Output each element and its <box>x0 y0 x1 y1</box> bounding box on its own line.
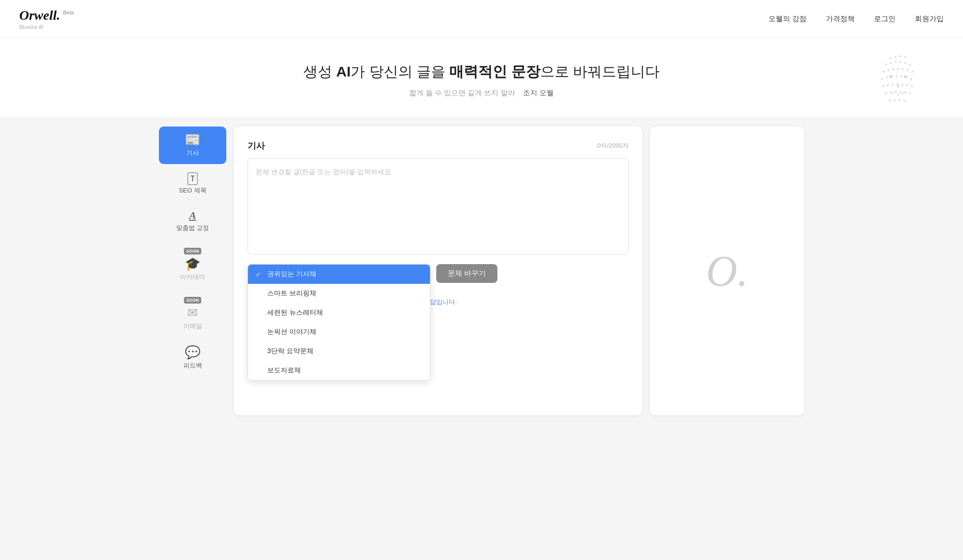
svg-point-28 <box>897 83 898 85</box>
convert-button[interactable]: 문체 바꾸기 <box>436 264 497 283</box>
seo-icon: T <box>187 173 198 183</box>
check-icon: ✓ <box>256 271 263 278</box>
svg-point-18 <box>881 78 883 80</box>
svg-point-31 <box>911 85 913 87</box>
right-panel: O. <box>650 127 804 415</box>
hero-quote: 짧게 쓸 수 있으면 길게 쓰지 말라 <box>409 89 515 97</box>
svg-point-27 <box>892 84 894 86</box>
svg-point-4 <box>890 57 892 59</box>
hero-title: 생성 AI가 당신의 글을 매력적인 문장으로 바꿔드립니다 <box>10 62 953 82</box>
svg-point-7 <box>895 61 897 63</box>
editor-panel: 기사 0자/2000자 권위있는 기사체 ▼ ✓ 권위있는 기사체 <box>234 127 642 415</box>
article-icon: 📰 <box>185 133 200 146</box>
hero-title-highlight: 매력적인 문장 <box>449 64 540 79</box>
svg-point-16 <box>907 69 909 71</box>
dropdown-item-label-5: 보도자료체 <box>267 366 301 375</box>
svg-point-11 <box>883 71 885 73</box>
hero-title-suffix: 으로 바꿔드립니다 <box>540 64 660 79</box>
sidebar-item-feedback[interactable]: 💬 피드백 <box>159 339 226 377</box>
svg-point-21 <box>896 75 898 77</box>
svg-point-40 <box>898 99 900 101</box>
dropdown-item-5[interactable]: 보도자료체 <box>248 361 430 380</box>
sidebar-label-feedback: 피드백 <box>183 361 202 370</box>
svg-point-9 <box>904 62 906 64</box>
dropdown-item-1[interactable]: 스마트 브리핑체 <box>248 284 430 303</box>
hero-portrait <box>828 38 963 117</box>
sidebar-item-seo[interactable]: T SEO 제목 <box>159 166 226 202</box>
header: Orwell. Beta Bluedot AI 오웰의 강점 가격정책 로그인 … <box>0 0 963 38</box>
dropdown-item-label-3: 논픽션 이야기체 <box>267 328 316 336</box>
soon-badge-email: SOON <box>184 297 202 304</box>
svg-point-15 <box>902 68 904 70</box>
main-content: 📰 기사 T SEO 제목 A 맞춤법 교정 SOON 🎓 아카데미 SOON … <box>144 117 819 425</box>
hero-title-prefix: 생성 <box>303 64 336 79</box>
right-panel-logo: O. <box>706 246 748 296</box>
svg-point-47 <box>902 92 904 94</box>
svg-point-30 <box>906 84 908 86</box>
sidebar-item-article[interactable]: 📰 기사 <box>159 127 226 164</box>
svg-point-44 <box>897 85 899 88</box>
spell-icon: A <box>189 210 196 221</box>
svg-point-36 <box>904 91 906 93</box>
svg-point-26 <box>887 84 889 86</box>
svg-point-37 <box>909 92 911 94</box>
editor-header: 기사 0자/2000자 <box>247 140 629 152</box>
svg-point-45 <box>892 92 894 94</box>
svg-point-13 <box>892 68 894 70</box>
nav-signup[interactable]: 회원가입 <box>915 14 944 24</box>
svg-point-6 <box>890 62 892 64</box>
svg-point-39 <box>894 99 896 101</box>
hero-section: 생성 AI가 당신의 글을 매력적인 문장으로 바꿔드립니다 짧게 쓸 수 있으… <box>0 38 963 117</box>
nav-login[interactable]: 로그인 <box>874 14 896 24</box>
hero-subtitle: 짧게 쓸 수 있으면 길게 쓰지 말라 조지 오웰 <box>10 89 953 98</box>
sidebar-label-seo: SEO 제목 <box>179 186 206 195</box>
svg-point-32 <box>885 92 887 94</box>
svg-point-29 <box>901 84 903 86</box>
feedback-icon: 💬 <box>185 346 200 358</box>
svg-point-5 <box>885 64 887 65</box>
svg-point-14 <box>897 68 899 70</box>
dropdown-item-2[interactable]: 세련된 뉴스레터체 <box>248 303 430 322</box>
dropdown-item-0[interactable]: ✓ 권위있는 기사체 <box>248 265 430 284</box>
hero-title-ai: AI <box>336 64 351 79</box>
dropdown-menu: ✓ 권위있는 기사체 스마트 브리핑체 세련된 뉴스레터체 논픽션 이야기체 <box>247 264 430 381</box>
beta-badge: Beta <box>63 10 74 15</box>
svg-point-38 <box>889 100 891 102</box>
sidebar-item-spell[interactable]: A 맞춤법 교정 <box>159 204 226 239</box>
sidebar-item-email: SOON ✉ 이메일 <box>159 290 226 337</box>
svg-point-43 <box>904 75 907 78</box>
sidebar-label-article: 기사 <box>186 149 199 157</box>
dropdown-item-label-1: 스마트 브리핑체 <box>267 289 316 298</box>
dropdown-item-label-4: 3단락 요약문체 <box>267 347 313 356</box>
svg-rect-0 <box>828 38 963 117</box>
svg-point-12 <box>887 69 889 71</box>
sidebar-label-email: 이메일 <box>183 322 202 331</box>
svg-point-22 <box>900 76 902 77</box>
svg-point-25 <box>882 85 884 87</box>
sidebar-label-spell: 맞춤법 교정 <box>176 224 209 232</box>
nav-advantage[interactable]: 오웰의 강점 <box>768 14 807 24</box>
svg-point-17 <box>911 71 913 73</box>
editor-title: 기사 <box>247 140 265 152</box>
controls-row: 권위있는 기사체 ▼ ✓ 권위있는 기사체 스마트 브리핑체 세련된 <box>247 264 629 283</box>
sidebar-label-academy: 아카데미 <box>180 273 205 281</box>
sidebar: 📰 기사 T SEO 제목 A 맞춤법 교정 SOON 🎓 아카데미 SOON … <box>159 127 226 415</box>
svg-point-8 <box>899 61 901 63</box>
dropdown-item-4[interactable]: 3단락 요약문체 <box>248 342 430 361</box>
logo-main: Orwell. Beta <box>19 8 74 23</box>
email-icon: ✉ <box>187 306 198 319</box>
svg-point-3 <box>904 56 906 58</box>
dropdown-item-label-0: 권위있는 기사체 <box>267 270 316 279</box>
char-count: 0자/2000자 <box>597 141 629 150</box>
svg-point-2 <box>899 55 901 57</box>
svg-point-33 <box>890 91 892 93</box>
svg-point-41 <box>903 100 905 102</box>
dropdown-item-label-2: 세련된 뉴스레터체 <box>267 308 323 317</box>
nav-pricing[interactable]: 가격정책 <box>826 14 855 24</box>
academy-icon: 🎓 <box>185 257 200 270</box>
logo-sub: Bluedot AI <box>19 24 43 30</box>
dropdown-item-3[interactable]: 논픽션 이야기체 <box>248 322 430 342</box>
editor-textarea[interactable] <box>247 158 629 255</box>
right-panel-logo-text: O. <box>706 247 748 295</box>
sidebar-item-academy: SOON 🎓 아카데미 <box>159 241 226 288</box>
